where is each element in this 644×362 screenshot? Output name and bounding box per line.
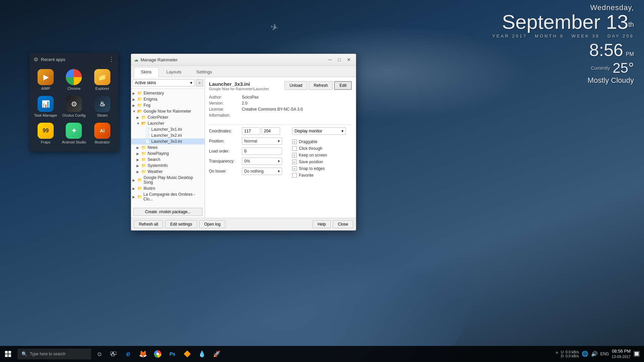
tree-item-systeminfo[interactable]: ▶ 📁 SystemInfo xyxy=(131,163,205,169)
app-explorer[interactable]: 📁 Explorer xyxy=(89,67,116,93)
tree-item-colorpicker[interactable]: ▶ 📁 ColorPicker xyxy=(131,114,205,120)
checkbox-clickthrough-input[interactable] xyxy=(292,146,297,151)
checkbox-snaptoedges-input[interactable] xyxy=(292,166,297,171)
app-chrome[interactable]: Chrome xyxy=(60,67,87,93)
checkbox-favorite-input[interactable] xyxy=(292,173,297,178)
tree-item-fog[interactable]: ▶ 📁 Fog xyxy=(131,102,205,108)
help-button[interactable]: Help xyxy=(313,220,331,228)
tray-up-icon[interactable]: ^ xyxy=(555,351,558,357)
taskbar-clock[interactable]: 08:56 PM 13-09-2017 xyxy=(612,348,631,360)
tree-item-googlenow[interactable]: ▼ 📂 Google Now for Rainmeter xyxy=(131,108,205,114)
taskbar-app-taskview[interactable] xyxy=(106,347,121,361)
tab-settings[interactable]: Settings xyxy=(189,67,219,77)
rainmeter-dialog: ☁ Manage Rainmeter ─ □ ✕ Skins Layouts S… xyxy=(131,54,356,231)
close-button[interactable]: Close xyxy=(333,220,353,228)
app-aimp[interactable]: ▶ AIMP xyxy=(32,67,59,93)
tree-item-search[interactable]: ▶ 📁 Search xyxy=(131,157,205,163)
transparency-select[interactable]: 0% ▾ xyxy=(242,158,282,165)
create-package-button[interactable]: Create .rmskin package... xyxy=(133,208,203,216)
refresh-all-button[interactable]: Refresh all xyxy=(134,220,163,228)
taskbar-search-bar[interactable]: 🔍 Type here to search xyxy=(17,349,91,359)
tab-skins[interactable]: Skins xyxy=(134,67,159,77)
tree-item-news[interactable]: ▶ 📁 News xyxy=(131,144,205,150)
unload-button[interactable]: Unload xyxy=(284,81,307,90)
taskbar-app-edge[interactable]: e xyxy=(121,347,136,361)
app-label-illustrator: Illustrator xyxy=(95,140,110,144)
tree-item-nowplaying[interactable]: ▶ 📁 NowPlaying xyxy=(131,150,205,157)
tree-item-weather[interactable]: ▶ 📁 Weather xyxy=(131,169,205,175)
minimize-button[interactable]: ─ xyxy=(326,56,334,63)
close-dialog-button[interactable]: ✕ xyxy=(344,56,353,63)
checkbox-snaptoedges[interactable]: Snap to edges xyxy=(292,166,352,171)
checkbox-keeponscreen[interactable]: Keep on screen xyxy=(292,153,352,158)
taskbar-app-dropbox[interactable]: 💧 xyxy=(195,347,209,361)
settings-left: Coordinates: Position: Normal ▾ xyxy=(209,127,282,178)
settings-right: Display monitor ▾ Draggable Click throug… xyxy=(285,127,352,178)
loadorder-input[interactable] xyxy=(242,147,282,155)
onhover-select[interactable]: Do nothing ▾ xyxy=(242,168,282,175)
cortana-button[interactable]: ⊙ xyxy=(93,346,106,362)
arrow-systeminfo: ▶ xyxy=(137,164,141,168)
position-select[interactable]: Normal ▾ xyxy=(242,137,282,145)
checkbox-saveposition[interactable]: Save position xyxy=(292,160,352,164)
arrow-enigma: ▶ xyxy=(132,98,137,101)
gear-icon: ⚙ xyxy=(34,56,38,63)
taskbar-app-firefox[interactable]: 🦊 xyxy=(136,347,150,361)
refresh-button[interactable]: Refresh xyxy=(309,81,333,90)
checkbox-saveposition-input[interactable] xyxy=(292,160,297,164)
app-illustrator[interactable]: Ai Illustrator xyxy=(89,121,116,146)
taskbar-app-rocketdock[interactable]: 🚀 xyxy=(209,347,224,361)
checkbox-favorite-label: Favorite xyxy=(299,173,313,178)
position-value: Normal xyxy=(244,139,257,143)
edit-button[interactable]: Edit xyxy=(334,81,352,90)
position-arrow-icon: ▾ xyxy=(278,139,280,143)
app-icon-explorer: 📁 xyxy=(94,69,110,85)
add-skin-button[interactable]: + xyxy=(196,79,203,86)
app-fraps[interactable]: 99 Fraps xyxy=(32,121,59,146)
tab-layouts[interactable]: Layouts xyxy=(159,67,189,77)
skin-settings: Coordinates: Position: Normal ▾ xyxy=(209,127,352,178)
start-button[interactable] xyxy=(0,346,16,362)
active-skins-dropdown[interactable]: Active skins ▾ xyxy=(132,79,195,86)
coord-y-input[interactable] xyxy=(262,127,280,135)
edit-settings-button[interactable]: Edit settings xyxy=(165,220,197,228)
notifications-icon[interactable]: 🔲 xyxy=(633,351,640,357)
skin-action-buttons: Unload Refresh Edit xyxy=(284,81,352,90)
skin-details-panel: Launcher_3x3.ini Google Now for Rainmete… xyxy=(205,77,356,218)
tree-item-launcher3x1[interactable]: ▶ 📄 Launcher_3x1.ini xyxy=(131,126,205,132)
tree-item-launcher3x2[interactable]: ▶ 📄 Launcher_3x2.ini xyxy=(131,132,205,138)
tree-item-enigma[interactable]: ▶ 📁 Enigma xyxy=(131,96,205,102)
tree-item-launcher3x3[interactable]: ▶ 📄 Launcher_3x3.ini xyxy=(131,138,205,144)
app-steam[interactable]: ♨ Steam xyxy=(89,94,116,119)
tree-item-elementary[interactable]: ▶ 📁 Elementary xyxy=(131,90,205,96)
display-monitor-select[interactable]: Display monitor ▾ xyxy=(292,127,346,135)
app-oculus[interactable]: ⊙ Oculus Config xyxy=(60,94,87,119)
skin-tree[interactable]: ▶ 📁 Elementary ▶ 📁 Enigma ▶ 📁 Fog xyxy=(131,89,205,206)
app-android[interactable]: ✦ Android Studio xyxy=(60,121,87,146)
checkbox-draggable[interactable]: Draggable xyxy=(292,139,352,144)
taskbar-app-chrome[interactable] xyxy=(150,347,165,361)
taskbar-app-photoshop[interactable]: Ps xyxy=(165,347,180,361)
arrow-fog: ▶ xyxy=(132,104,137,107)
taskbar-app-vlc[interactable]: 🔶 xyxy=(180,347,195,361)
restore-button[interactable]: □ xyxy=(335,56,344,63)
panel-more-icon[interactable]: ⋮ xyxy=(108,56,114,63)
folder-icon: 📁 xyxy=(141,157,146,162)
app-icon-steam: ♨ xyxy=(94,96,110,112)
tree-item-launcher[interactable]: ▼ 📂 Launcher xyxy=(131,120,205,126)
open-log-button[interactable]: Open log xyxy=(199,220,226,228)
arrow-lacompagnie: ▶ xyxy=(132,195,137,199)
weather-meta: YEAR 2017 MONTH 9 WEEK 38 DAY 256 xyxy=(492,34,634,39)
position-label: Position: xyxy=(209,139,239,143)
version-label: Version: xyxy=(209,101,239,106)
checkbox-keeponscreen-input[interactable] xyxy=(292,153,297,158)
tree-item-gpmusic[interactable]: ▶ 📁 Google Play Music Desktop Song xyxy=(131,175,205,185)
checkbox-clickthrough[interactable]: Click through xyxy=(292,146,352,151)
app-taskmgr[interactable]: 📊 Task Manager xyxy=(32,94,59,119)
coord-x-input[interactable] xyxy=(242,127,260,135)
checkbox-favorite[interactable]: Favorite xyxy=(292,173,352,178)
volume-icon[interactable]: 🔊 xyxy=(591,351,598,357)
tree-item-lacompagnie[interactable]: ▶ 📁 La Compagnie des Ombres - Clo... xyxy=(131,191,205,202)
tree-item-illustro[interactable]: ▶ 📁 illustro xyxy=(131,185,205,191)
checkbox-draggable-input[interactable] xyxy=(292,139,297,144)
